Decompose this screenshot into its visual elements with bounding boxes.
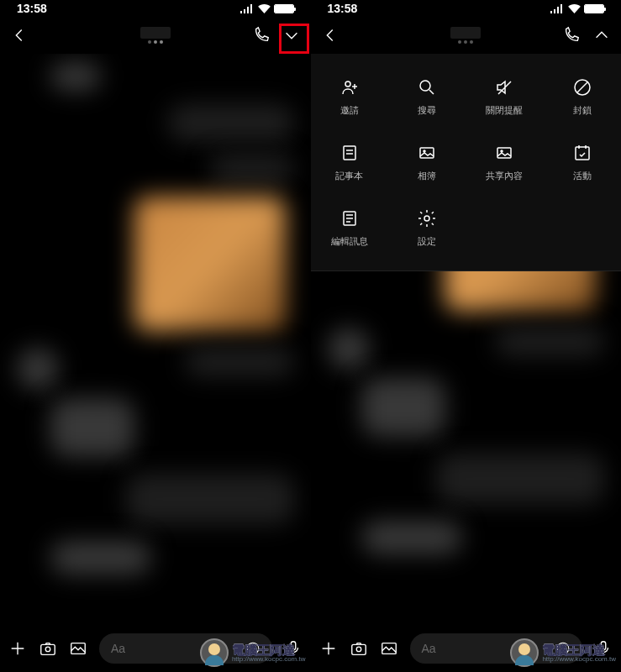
shared-content-icon	[494, 143, 514, 163]
menu-label: 關閉提醒	[486, 104, 523, 117]
status-time: 13:58	[328, 2, 358, 15]
menu-label: 活動	[573, 170, 592, 182]
album-icon	[417, 143, 437, 163]
call-icon[interactable]	[252, 26, 271, 45]
block-icon	[572, 77, 592, 97]
chevron-up-icon[interactable]	[592, 26, 611, 45]
svg-rect-11	[420, 148, 434, 158]
camera-icon[interactable]	[350, 639, 368, 658]
wifi-icon	[568, 4, 581, 13]
settings-icon	[417, 208, 437, 228]
back-button[interactable]	[10, 26, 47, 45]
menu-settings[interactable]: 設定	[388, 195, 466, 260]
svg-point-1	[45, 647, 50, 652]
svg-rect-13	[497, 148, 511, 158]
input-placeholder: Aa	[111, 642, 125, 655]
search-icon	[417, 77, 437, 97]
nav-title	[140, 27, 171, 44]
svg-point-17	[424, 216, 429, 221]
menu-label: 邀請	[340, 104, 359, 117]
nav-title	[450, 27, 481, 44]
gallery-icon[interactable]	[69, 639, 87, 658]
watermark-avatar	[200, 638, 229, 667]
chat-area[interactable]	[0, 54, 311, 622]
watermark-avatar	[510, 638, 539, 667]
chevron-left-icon	[10, 26, 29, 45]
battery-icon	[584, 4, 604, 13]
menu-label: 編輯訊息	[331, 235, 368, 248]
invite-icon	[339, 77, 360, 97]
menu-label: 相簿	[418, 170, 436, 182]
menu-label: 共享內容	[486, 170, 523, 182]
menu-shared-content[interactable]: 共享內容	[466, 129, 543, 195]
signal-icon	[550, 4, 565, 13]
svg-point-8	[420, 81, 430, 91]
menu-search[interactable]: 搜尋	[388, 64, 466, 129]
chevron-left-icon	[321, 26, 339, 45]
phone-right: 13:58 邀請	[311, 0, 622, 672]
plus-icon[interactable]	[319, 639, 338, 658]
phone-left: 13:58	[0, 0, 311, 672]
svg-point-12	[424, 150, 425, 152]
menu-event[interactable]: 活動	[544, 129, 621, 195]
svg-rect-18	[351, 644, 366, 654]
chat-area[interactable]	[311, 260, 622, 622]
status-indicators	[240, 4, 294, 13]
status-bar: 13:58	[0, 0, 311, 17]
menu-label: 封鎖	[573, 104, 592, 117]
menu-label: 記事本	[335, 170, 363, 182]
svg-point-14	[501, 150, 503, 152]
event-icon	[572, 143, 592, 163]
svg-rect-10	[344, 146, 355, 160]
menu-edit[interactable]: 編輯訊息	[311, 195, 388, 260]
menu-block[interactable]: 封鎖	[544, 64, 621, 129]
svg-rect-0	[41, 644, 55, 654]
nav-bar	[311, 17, 622, 54]
highlight-chevron	[279, 24, 309, 54]
call-icon[interactable]	[562, 26, 581, 45]
watermark-url: http://www.kocpc.com.tw	[232, 656, 306, 663]
menu-invite[interactable]: 邀請	[311, 64, 388, 129]
svg-point-19	[356, 647, 361, 652]
edit-icon	[339, 208, 360, 228]
input-placeholder: Aa	[422, 642, 436, 655]
nav-bar	[0, 17, 311, 54]
status-bar: 13:58	[311, 0, 622, 17]
camera-icon[interactable]	[39, 639, 57, 658]
back-button[interactable]	[321, 26, 358, 45]
signal-icon	[240, 4, 255, 13]
menu-note[interactable]: 記事本	[311, 129, 388, 195]
svg-point-7	[345, 81, 350, 87]
watermark: 電腦王阿達 http://www.kocpc.com.tw	[510, 638, 616, 667]
wifi-icon	[258, 4, 271, 13]
note-icon	[339, 143, 360, 163]
mute-icon	[494, 77, 514, 97]
menu-label: 搜尋	[418, 104, 436, 117]
watermark: 電腦王阿達 http://www.kocpc.com.tw	[200, 638, 306, 667]
status-indicators	[550, 4, 604, 13]
chat-menu-panel: 邀請 搜尋 關閉提醒 封鎖 記事本	[311, 54, 622, 271]
menu-mute[interactable]: 關閉提醒	[466, 64, 543, 129]
menu-label: 設定	[418, 235, 436, 248]
menu-album[interactable]: 相簿	[388, 129, 466, 195]
gallery-icon[interactable]	[380, 639, 398, 658]
watermark-title: 電腦王阿達	[232, 643, 306, 656]
plus-icon[interactable]	[8, 639, 27, 658]
svg-rect-15	[576, 147, 589, 160]
status-time: 13:58	[17, 2, 47, 15]
watermark-title: 電腦王阿達	[542, 643, 616, 656]
battery-icon	[274, 4, 294, 13]
watermark-url: http://www.kocpc.com.tw	[542, 656, 616, 663]
